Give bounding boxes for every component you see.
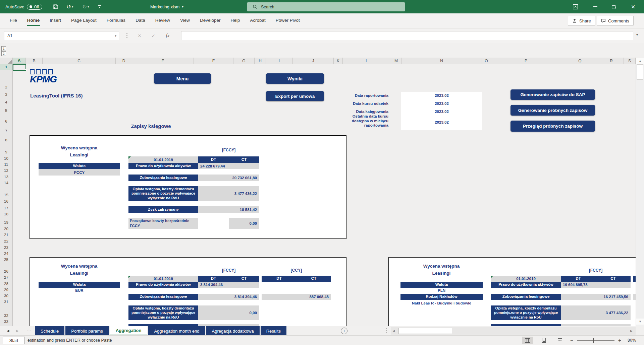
table2-row-zobowiazania-ccy-ct-value[interactable]: 887 068,48 — [262, 294, 331, 300]
row-header[interactable]: 2 — [0, 85, 12, 89]
table1-row-prawo-dt-value[interactable]: 24 228 679,44 — [198, 163, 259, 169]
table2-waluta-value[interactable]: EUR — [39, 288, 120, 292]
row-header[interactable]: 6 — [0, 119, 12, 123]
row-header[interactable]: 1 — [0, 64, 12, 70]
date-value-ostatnia[interactable]: 2023.02 — [401, 120, 482, 124]
column-header[interactable]: A — [13, 58, 26, 64]
formula-input[interactable] — [181, 31, 633, 40]
zoom-level-label[interactable]: 80% — [628, 338, 636, 343]
fill-handle[interactable] — [25, 69, 26, 71]
zoom-out-button[interactable]: − — [570, 337, 573, 343]
minimize-button[interactable] — [588, 0, 603, 13]
ribbon-tab[interactable]: Formulas — [102, 13, 130, 28]
ribbon-tab[interactable]: Home — [22, 13, 45, 28]
ribbon-tab[interactable]: File — [5, 13, 22, 28]
row-header[interactable]: 15 — [0, 193, 12, 197]
table1-row-zobowiazania-ct-value[interactable]: 20 732 661,80 — [198, 175, 259, 181]
customize-qat-button[interactable]: ▾ — [98, 0, 101, 13]
column-header[interactable]: S — [624, 58, 636, 64]
column-header[interactable]: C — [43, 58, 116, 64]
sheet-nav-left-icon[interactable]: ◀ — [7, 329, 9, 333]
table3-rodzaj-value[interactable]: Nakł Leas R - Budynki i budowle — [387, 301, 496, 305]
row-header[interactable]: 26 — [0, 269, 12, 273]
row-header[interactable]: 25 — [0, 258, 12, 262]
horizontal-scrollbar[interactable]: ◀ ▶ — [391, 327, 636, 335]
scroll-down-button[interactable]: ▼ — [636, 319, 644, 325]
ribbon-tab[interactable]: Insert — [45, 13, 66, 28]
row-header[interactable]: 12 — [0, 168, 12, 172]
scroll-up-button[interactable]: ▲ — [636, 58, 644, 64]
column-header[interactable]: L — [343, 58, 391, 64]
table3-row-oplata-ct-value[interactable]: 3 477 436,22 — [561, 305, 631, 320]
column-header[interactable]: B — [26, 58, 43, 64]
redo-button[interactable]: ↻▾ — [82, 0, 89, 13]
column-header[interactable]: P — [491, 58, 561, 64]
row-header[interactable]: 5 — [0, 109, 12, 113]
generowanie-probnych-zapisow-button[interactable]: Generowanie próbnych zapisów — [511, 105, 595, 116]
column-header[interactable]: R — [599, 58, 624, 64]
row-header[interactable]: 9 — [0, 150, 12, 154]
hscroll-left-icon[interactable]: ◀ — [392, 329, 395, 333]
sheet-tab[interactable]: Schedule — [35, 326, 64, 336]
ribbon-tab[interactable]: Developer — [195, 13, 226, 28]
column-header[interactable]: G — [233, 58, 255, 64]
row-header[interactable]: 3 — [0, 92, 12, 96]
sheet-tab[interactable]: Aggregation — [110, 326, 148, 336]
row-header[interactable]: 10 — [0, 156, 12, 160]
normal-view-button[interactable] — [522, 337, 533, 344]
ribbon-tab[interactable]: Review — [150, 13, 175, 28]
column-header[interactable]: N — [401, 58, 482, 64]
table3-row-zobowiazania-ct-value[interactable]: 16 217 459,56 — [561, 294, 631, 300]
menu-button[interactable]: Menu — [154, 73, 211, 84]
restore-button[interactable] — [606, 0, 622, 13]
zoom-slider-thumb[interactable] — [593, 338, 594, 343]
generowanie-zapisow-sap-button[interactable]: Generowanie zapisów do SAP — [511, 89, 595, 100]
expand-formula-bar-icon[interactable]: ▾ — [636, 33, 638, 37]
row-header[interactable]: 24 — [0, 252, 12, 256]
ribbon-tab[interactable]: Help — [226, 13, 245, 28]
column-header[interactable]: M — [391, 58, 401, 64]
date-value-ksiegowania[interactable]: 2023.02 — [401, 110, 482, 114]
cancel-entry-button[interactable]: × — [133, 31, 146, 40]
row-header[interactable]: 31 — [0, 300, 12, 304]
row-header[interactable]: 33 — [0, 320, 12, 324]
zoom-slider-track[interactable] — [577, 340, 614, 341]
row-header[interactable]: 8 — [0, 138, 12, 142]
ribbon-display-options-button[interactable] — [568, 0, 583, 13]
ribbon-tab[interactable]: Acrobat — [245, 13, 271, 28]
row-header[interactable]: 4 — [0, 100, 12, 104]
row-header[interactable]: 32 — [0, 314, 12, 318]
outline-level-1-button[interactable]: 1 — [1, 46, 6, 51]
row-header[interactable]: 22 — [0, 239, 12, 243]
zoom-in-button[interactable]: + — [618, 337, 621, 343]
autosave-toggle[interactable]: AutoSave Off — [5, 0, 42, 13]
sheet-tab[interactable]: Results — [261, 326, 286, 336]
wyniki-button[interactable]: Wyniki — [266, 73, 324, 84]
table2-row-zobowiazania-fccy-ct-value[interactable]: 3 814 394,46 — [198, 294, 259, 300]
sheet-tab[interactable]: Agregacja dodatkowa — [206, 326, 260, 336]
selected-cell-a1[interactable] — [13, 64, 26, 71]
insert-function-button[interactable]: fx — [161, 31, 174, 40]
table1-row-oplata-ct-value[interactable]: 3 477 436,22 — [198, 186, 259, 201]
row-header[interactable]: 17 — [0, 206, 12, 210]
row-header[interactable]: 28 — [0, 282, 12, 286]
share-button[interactable]: Share — [568, 16, 595, 26]
column-header[interactable]: J — [293, 58, 334, 64]
row-header[interactable]: 29 — [0, 288, 12, 292]
przeglad-probnych-zapisow-button[interactable]: Przegląd próbnych zapisów — [511, 121, 595, 132]
horizontal-scroll-thumb[interactable] — [398, 328, 452, 334]
column-header[interactable]: K — [334, 58, 343, 64]
name-box[interactable]: A1 ▾ — [4, 31, 119, 40]
column-header[interactable]: H — [255, 58, 266, 64]
table2-row-oplata-fccy-ct-value[interactable]: 0,00 — [198, 305, 259, 320]
add-sheet-button[interactable]: + — [341, 328, 347, 334]
undo-caret-icon[interactable]: ▾ — [72, 5, 73, 8]
table1-row-zysk-ct-value[interactable]: 18 581,42 — [198, 206, 259, 213]
date-value-kursu-odsetek[interactable]: 2023.02 — [401, 101, 482, 106]
date-value-raportowania[interactable]: 2023.02 — [401, 93, 482, 97]
select-all-corner[interactable] — [0, 58, 13, 64]
vertical-scroll-thumb[interactable] — [637, 64, 643, 80]
sheet-nav-right-icon[interactable]: ▶ — [16, 329, 19, 333]
row-header[interactable]: 27 — [0, 275, 12, 279]
page-break-view-button[interactable] — [554, 337, 566, 344]
